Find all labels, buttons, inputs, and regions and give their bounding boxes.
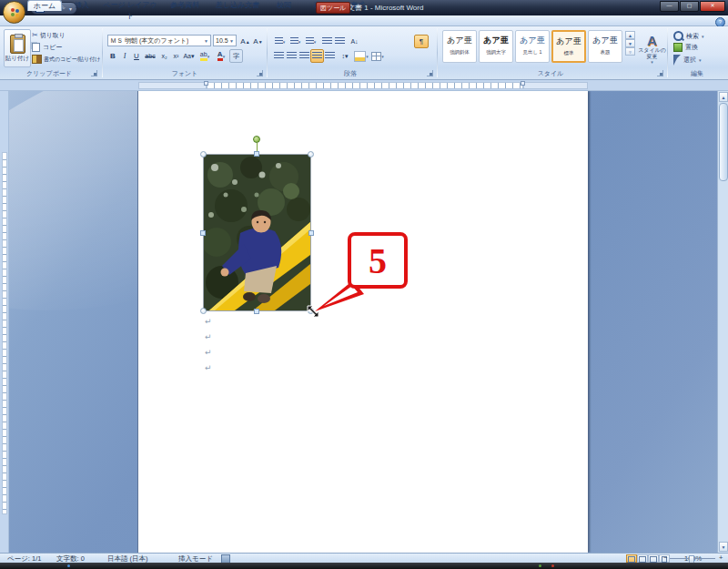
left-indent-marker[interactable]	[204, 81, 208, 86]
style-scroll-down-icon[interactable]: ▼	[625, 39, 635, 47]
tab-references[interactable]: 参考資料	[164, 0, 206, 11]
resize-handle-bottom[interactable]	[254, 309, 259, 314]
italic-button[interactable]: I	[118, 49, 131, 63]
borders-button[interactable]: ▾	[369, 49, 386, 63]
taskbar-tray-icon[interactable]	[539, 564, 541, 567]
font-size-combobox[interactable]: 10.5 ▼	[213, 35, 237, 46]
group-separator	[267, 28, 268, 77]
resize-handle-top-right[interactable]	[308, 151, 314, 157]
paragraph-dialog-launcher[interactable]	[427, 70, 433, 76]
style-item-selected[interactable]: あア亜 標準	[551, 30, 586, 63]
font-name-combobox[interactable]: ＭＳ 明朝 (本文のフォント) ▼	[107, 35, 211, 46]
distribute-button[interactable]	[323, 49, 337, 63]
rotate-handle[interactable]	[253, 136, 260, 143]
font-color-button[interactable]: A ▾	[213, 49, 229, 63]
style-item[interactable]: あア亜 強調斜体	[442, 30, 477, 63]
view-web-layout-button[interactable]	[648, 554, 659, 563]
decrease-indent-button[interactable]	[320, 35, 334, 48]
tab-mailings[interactable]: 差し込み文書	[209, 0, 266, 11]
bold-button[interactable]: B	[106, 49, 119, 63]
zoom-in-icon[interactable]: +	[719, 554, 723, 562]
resize-handle-top[interactable]	[254, 151, 259, 157]
multilevel-list-button[interactable]: ▾	[303, 35, 318, 48]
resize-handle-bottom-left[interactable]	[200, 308, 207, 314]
callout-step-number: 5	[348, 232, 408, 289]
resize-handle-left[interactable]	[200, 230, 206, 236]
increase-indent-button[interactable]	[333, 35, 347, 48]
chevron-down-icon: ▾	[651, 59, 653, 65]
clipboard-dialog-launcher[interactable]	[91, 70, 97, 76]
enclose-characters-button[interactable]: 字	[229, 49, 243, 63]
sort-button[interactable]: A↓	[347, 35, 362, 48]
bullets-button[interactable]: ▾	[272, 35, 288, 48]
justify-button[interactable]	[310, 49, 324, 63]
change-styles-button[interactable]: A スタイルの変更 ▾	[637, 30, 667, 68]
copy-button[interactable]: コピー	[31, 42, 63, 53]
group-label-styles: スタイル	[439, 69, 662, 78]
inline-picture[interactable]	[203, 154, 311, 311]
style-preview: あア亜	[443, 31, 476, 49]
close-button[interactable]: ✕	[700, 1, 725, 12]
grow-font-button[interactable]: A▲	[238, 35, 252, 48]
scroll-down-icon[interactable]: ▼	[719, 542, 728, 552]
underline-button[interactable]: U	[130, 49, 143, 63]
replace-button[interactable]: 置換	[673, 43, 698, 52]
scroll-up-icon[interactable]: ▲	[719, 92, 728, 102]
tab-insert[interactable]: 挿入	[67, 0, 96, 11]
taskbar-icon[interactable]	[67, 564, 70, 567]
status-insert-mode[interactable]: 挿入モード	[178, 554, 213, 563]
chevron-down-icon: ▼	[204, 38, 208, 44]
align-right-button[interactable]	[298, 49, 311, 63]
style-item[interactable]: あア亜 見出し 1	[515, 30, 550, 63]
change-case-button[interactable]: Aa▾	[181, 49, 197, 63]
style-item[interactable]: あア亜 表題	[588, 30, 622, 63]
align-left-button[interactable]	[272, 49, 286, 63]
find-button[interactable]: 検索 ▾	[673, 31, 704, 41]
tab-home[interactable]: ホーム	[27, 0, 62, 11]
style-name: 標準	[555, 50, 583, 56]
format-painter-button[interactable]: 書式のコピー/貼り付け	[31, 54, 101, 65]
view-print-layout-button[interactable]	[626, 554, 637, 563]
style-gallery-more-icon[interactable]: ▿	[625, 47, 635, 56]
minimize-button[interactable]: —	[660, 1, 679, 12]
status-page[interactable]: ページ: 1/1	[7, 554, 41, 563]
view-fullscreen-button[interactable]	[637, 554, 648, 563]
highlight-color-button[interactable]: ab ▾	[197, 49, 213, 63]
resize-handle-right[interactable]	[308, 230, 314, 236]
right-indent-marker[interactable]	[521, 81, 525, 86]
replace-label: 置換	[685, 43, 698, 52]
strikethrough-button[interactable]: abc	[142, 49, 158, 63]
paste-button[interactable]: 貼り付け	[4, 29, 31, 67]
line-spacing-button[interactable]: ↕▾	[337, 49, 353, 63]
styles-dialog-launcher[interactable]	[657, 70, 663, 76]
select-button[interactable]: 選択 ▾	[673, 55, 702, 66]
shading-button[interactable]: ▾	[353, 49, 369, 63]
horizontal-ruler[interactable]	[0, 80, 728, 91]
maximize-button[interactable]: ▢	[680, 1, 699, 12]
vertical-ruler[interactable]	[0, 91, 9, 553]
tab-page-layout[interactable]: ページ レイアウト	[100, 0, 160, 11]
style-item[interactable]: あア亜 強調太字	[479, 30, 513, 63]
document-page[interactable]: 5 ↵ ↵ ↵ ↵	[138, 91, 588, 553]
font-dialog-launcher[interactable]	[257, 70, 263, 76]
office-button[interactable]	[3, 1, 25, 24]
tab-review[interactable]: 校閲	[269, 0, 298, 11]
status-language[interactable]: 日本語 (日本)	[107, 554, 148, 563]
chevron-down-icon: ▼	[229, 38, 234, 44]
shrink-font-button[interactable]: A▼	[251, 35, 265, 48]
cut-button[interactable]: ✂ 切り取り	[31, 30, 66, 41]
chevron-down-icon: ▾	[699, 57, 702, 63]
numbering-button[interactable]: ▾	[288, 35, 303, 48]
scissors-icon: ✂	[32, 32, 38, 39]
resize-handle-top-left[interactable]	[200, 151, 207, 157]
status-word-count[interactable]: 文字数: 0	[56, 554, 85, 563]
zoom-out-icon[interactable]: −	[663, 554, 667, 562]
show-formatting-marks-button[interactable]: ¶	[414, 35, 429, 48]
select-label: 選択	[683, 56, 696, 65]
vertical-scrollbar[interactable]: ▲ ▼	[717, 91, 728, 553]
taskbar-tray-icon[interactable]	[551, 564, 554, 567]
scrollbar-thumb[interactable]	[719, 103, 728, 181]
paragraph-mark: ↵	[205, 349, 212, 357]
style-scroll-up-icon[interactable]: ▲	[625, 31, 635, 39]
align-center-button[interactable]	[285, 49, 298, 63]
